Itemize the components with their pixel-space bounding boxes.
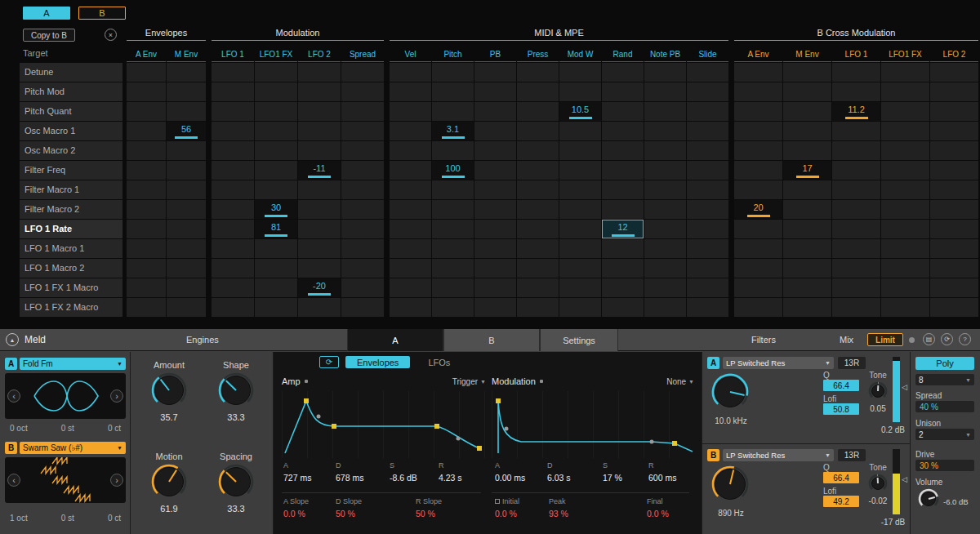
a-param[interactable]: A727 ms <box>283 461 311 483</box>
matrix-cell[interactable] <box>255 298 297 317</box>
matrix-row-label[interactable]: Osc Macro 1 <box>20 122 122 140</box>
matrix-cell[interactable] <box>298 239 341 258</box>
matrix-tab-a[interactable]: A <box>23 7 70 20</box>
matrix-cell[interactable] <box>167 278 206 297</box>
matrix-cell[interactable] <box>602 239 644 258</box>
tab-engine-b[interactable]: B <box>443 329 540 351</box>
matrix-cell[interactable] <box>127 82 166 101</box>
matrix-cell[interactable]: 100 <box>432 161 474 180</box>
matrix-cell[interactable]: 12 <box>602 220 644 238</box>
matrix-cell[interactable] <box>390 200 431 219</box>
matrix-cell[interactable] <box>644 161 686 180</box>
matrix-cell[interactable] <box>298 63 341 82</box>
matrix-cell[interactable] <box>255 82 297 101</box>
voices-select[interactable]: 8▼ <box>915 374 974 385</box>
matrix-cell[interactable] <box>644 239 686 258</box>
matrix-source-header[interactable]: Press <box>517 50 559 62</box>
filter-a-type-select[interactable]: LP Switched Res▼ <box>723 357 834 369</box>
matrix-cell[interactable] <box>602 259 644 278</box>
matrix-cell[interactable] <box>644 220 686 238</box>
matrix-cell[interactable] <box>298 298 341 317</box>
matrix-cell[interactable] <box>687 141 728 160</box>
matrix-cell[interactable] <box>881 161 929 180</box>
amount-knob[interactable] <box>150 372 188 409</box>
matrix-cell[interactable] <box>298 122 341 140</box>
matrix-row-label[interactable]: LFO 1 FX 2 Macro <box>20 298 122 317</box>
matrix-source-header[interactable]: LFO 1 <box>832 50 880 62</box>
filter-a-slope-select[interactable]: 13R <box>838 357 866 369</box>
matrix-cell[interactable] <box>255 102 297 121</box>
matrix-cell[interactable] <box>255 161 297 180</box>
matrix-cell[interactable]: 20 <box>734 200 782 219</box>
matrix-cell[interactable] <box>687 200 728 219</box>
matrix-cell[interactable] <box>687 161 728 180</box>
matrix-cell[interactable] <box>474 298 516 317</box>
matrix-cell[interactable] <box>212 220 254 238</box>
filter-a-tone-knob[interactable] <box>867 380 889 402</box>
a-slope-param[interactable]: A Slope0.0 % <box>283 497 309 518</box>
matrix-cell[interactable] <box>517 161 559 180</box>
matrix-cell[interactable] <box>559 141 601 160</box>
matrix-cell[interactable] <box>167 141 206 160</box>
matrix-cell[interactable] <box>390 102 431 121</box>
matrix-cell[interactable] <box>298 220 341 238</box>
matrix-cell[interactable] <box>298 102 341 121</box>
speaker-cue-icon[interactable]: ◁ <box>902 383 907 391</box>
matrix-cell[interactable] <box>517 220 559 238</box>
matrix-cell[interactable] <box>602 161 644 180</box>
matrix-cell[interactable] <box>127 122 166 140</box>
matrix-cell[interactable] <box>212 141 254 160</box>
matrix-source-header[interactable]: PB <box>474 50 516 62</box>
matrix-source-header[interactable]: Spread <box>341 50 384 62</box>
final-param[interactable]: Final0.0 % <box>647 497 669 518</box>
matrix-cell[interactable] <box>167 298 206 317</box>
s-param[interactable]: S17 % <box>603 461 622 483</box>
matrix-cell[interactable] <box>474 63 516 82</box>
matrix-cell[interactable] <box>432 220 474 238</box>
matrix-cell[interactable] <box>167 259 206 278</box>
matrix-cell[interactable] <box>127 239 166 258</box>
matrix-cell[interactable] <box>783 278 831 297</box>
s-param[interactable]: S-8.6 dB <box>390 461 417 483</box>
matrix-cell[interactable] <box>212 102 254 121</box>
collapse-device-button[interactable]: ▲ <box>6 333 19 346</box>
matrix-cell[interactable] <box>212 239 254 258</box>
matrix-cell[interactable] <box>127 259 166 278</box>
filter-b-level-value[interactable]: -17 dB <box>875 518 911 527</box>
matrix-cell[interactable] <box>832 298 880 317</box>
volume-knob[interactable] <box>917 487 940 510</box>
matrix-cell[interactable] <box>783 239 831 258</box>
matrix-cell[interactable] <box>127 200 166 219</box>
matrix-cell[interactable] <box>734 259 782 278</box>
matrix-cell[interactable] <box>390 239 431 258</box>
engine-b-cent-value[interactable]: 0 ct <box>108 514 121 523</box>
filter-a-level-value[interactable]: 0.2 dB <box>875 425 911 434</box>
matrix-cell[interactable] <box>832 220 880 238</box>
matrix-row-label[interactable]: Pitch Mod <box>20 82 122 101</box>
tab-lfos[interactable]: LFOs <box>416 356 461 368</box>
matrix-cell[interactable] <box>734 180 782 199</box>
matrix-cell[interactable] <box>255 63 297 82</box>
matrix-cell[interactable] <box>517 122 559 140</box>
engine-a-selector[interactable]: Fold Fm ▼ <box>20 358 126 370</box>
filter-a-tone-value[interactable]: 0.05 <box>862 404 893 413</box>
tab-engine-a[interactable]: A <box>347 329 443 351</box>
matrix-cell[interactable] <box>127 220 166 238</box>
matrix-cell[interactable] <box>559 122 601 140</box>
matrix-cell[interactable] <box>832 180 880 199</box>
matrix-cell[interactable] <box>559 239 601 258</box>
matrix-cell[interactable] <box>517 298 559 317</box>
matrix-cell[interactable] <box>432 82 474 101</box>
matrix-cell[interactable] <box>341 298 384 317</box>
matrix-cell[interactable] <box>341 161 384 180</box>
matrix-cell[interactable] <box>474 122 516 140</box>
matrix-cell[interactable] <box>644 63 686 82</box>
help-icon[interactable]: ? <box>959 333 971 345</box>
volume-value[interactable]: -6.0 dB <box>943 497 969 506</box>
filter-b-freq-knob[interactable] <box>710 465 750 504</box>
matrix-cell[interactable] <box>930 122 978 140</box>
matrix-cell[interactable] <box>255 278 297 297</box>
matrix-cell[interactable] <box>167 82 206 101</box>
filter-a-lofi-value[interactable]: 50.8 <box>823 403 859 415</box>
matrix-cell[interactable] <box>881 278 929 297</box>
